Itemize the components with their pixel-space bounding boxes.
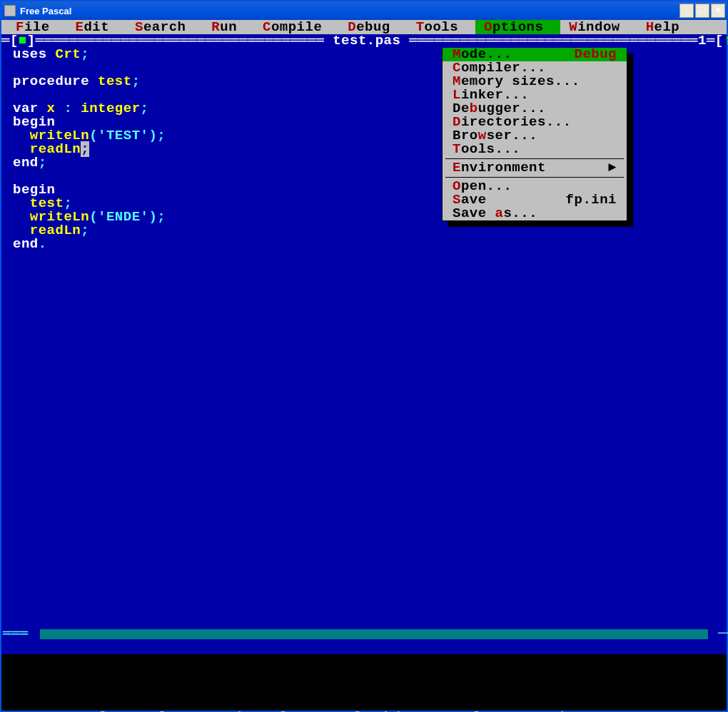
window-controls: _ □ ×	[679, 4, 725, 18]
black-gap	[1, 654, 727, 697]
menu-run[interactable]: Run	[203, 20, 254, 34]
menu-edit[interactable]: Edit	[67, 20, 127, 34]
menu-item-saveas[interactable]: Save as...	[443, 207, 627, 220]
hint-key: F1	[56, 709, 74, 712]
minimize-button[interactable]: _	[679, 4, 694, 18]
editor-filename: test.pas	[333, 34, 400, 48]
app-window: Free Pascal _ □ × File Edit Search Run C…	[0, 0, 728, 712]
menu-search[interactable]: Search	[126, 20, 203, 34]
status-line: 14:10 ◄■	[1, 641, 727, 654]
menubar[interactable]: File Edit Search Run Compile Debug Tools…	[1, 20, 727, 34]
hint-bar: F1 Help ═ Select settings for normal, de…	[1, 697, 727, 711]
menu-divider	[445, 158, 624, 159]
editor-frame-bottom: ═══ ─┘	[1, 627, 727, 641]
app-icon	[4, 5, 16, 16]
code-line[interactable]: end.	[13, 238, 725, 251]
window-number: 1	[698, 34, 707, 48]
menu-window[interactable]: Window	[560, 20, 637, 34]
horizontal-scrollbar[interactable]	[40, 629, 708, 639]
menu-file[interactable]: File	[7, 20, 67, 34]
client-area: File Edit Search Run Compile Debug Tools…	[1, 20, 727, 711]
menu-debug[interactable]: Debug	[339, 20, 407, 34]
window-title: Free Pascal	[20, 6, 679, 16]
code-line[interactable]: readLn;	[13, 224, 725, 238]
menu-item-tools[interactable]: Tools...	[443, 143, 627, 156]
menu-help[interactable]: Help	[637, 20, 697, 34]
menu-tools[interactable]: Tools	[408, 20, 475, 34]
menu-options[interactable]: Options	[475, 20, 560, 34]
menu-compile[interactable]: Compile	[254, 20, 339, 34]
titlebar[interactable]: Free Pascal _ □ ×	[1, 1, 727, 20]
options-menu-dropdown[interactable]: Mode...DebugCompiler...Memory sizes...Li…	[442, 48, 627, 221]
editor-frame-top: ═[■]══════════════════════════════════ t…	[1, 34, 727, 48]
close-button[interactable]: ×	[711, 4, 725, 18]
editor-area[interactable]: uses Crt; procedure test; var x : intege…	[1, 48, 727, 627]
menu-divider	[445, 177, 624, 178]
maximize-button[interactable]: □	[695, 4, 709, 18]
menu-item-environment[interactable]: Environment►	[443, 161, 627, 175]
